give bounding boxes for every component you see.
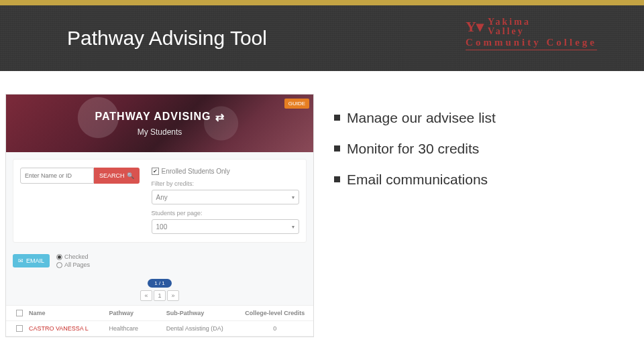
bullet-icon: [334, 115, 340, 121]
banner-title-text: PATHWAY ADVISING: [95, 111, 211, 123]
logo-glyph: Y▾: [466, 19, 484, 34]
logo-underline: [466, 50, 597, 50]
bullet-text: Email communications: [347, 172, 488, 188]
chevron-down-icon: ▾: [292, 224, 294, 230]
cell-subpathway: Dental Assisting (DA): [166, 325, 241, 332]
envelope-icon: ✉: [18, 257, 23, 264]
filter-credits-value: Any: [156, 194, 168, 201]
col-pathway: Pathway: [109, 310, 166, 316]
bullet-list: Manage our advisee list Monitor for 30 c…: [334, 94, 496, 337]
row-checkbox[interactable]: [16, 325, 23, 332]
per-page-select[interactable]: 100 ▾: [152, 219, 299, 234]
search-button[interactable]: SEARCH 🔍: [94, 168, 140, 184]
header-bar: Pathway Advising Tool Y▾ Yakima Valley C…: [0, 5, 644, 71]
per-page-label: Students per page:: [152, 210, 299, 217]
email-button-label: EMAIL: [26, 257, 44, 264]
shuffle-icon: ⇄: [215, 111, 225, 123]
search-input[interactable]: [20, 168, 94, 184]
col-subpathway: Sub-Pathway: [166, 310, 241, 316]
search-icon: 🔍: [127, 172, 134, 179]
bullet-text: Manage our advisee list: [347, 110, 496, 126]
filter-credits-label: Filter by credits:: [152, 180, 299, 187]
guide-button[interactable]: GUIDE: [284, 99, 309, 109]
logo-line2: Valley: [488, 27, 531, 36]
radio-all-pages[interactable]: [56, 262, 62, 268]
logo-line3: Community: [466, 37, 541, 48]
app-banner-subtitle: My Students: [138, 127, 182, 137]
college-logo: Y▾ Yakima Valley Community College: [466, 17, 597, 50]
radio-checked-label: Checked: [64, 253, 89, 260]
app-screenshot: GUIDE PATHWAY ADVISING ⇄ My Students SEA…: [5, 94, 314, 337]
col-credits: College-level Credits: [241, 310, 309, 316]
pager-page-1[interactable]: 1: [154, 290, 166, 301]
table-row: CASTRO VANESSA L Healthcare Dental Assis…: [6, 321, 313, 337]
list-item: Monitor for 30 credits: [334, 141, 496, 157]
header-checkbox[interactable]: [16, 310, 23, 316]
page-indicator: 1 / 1: [148, 279, 172, 288]
app-banner: GUIDE PATHWAY ADVISING ⇄ My Students: [6, 95, 313, 152]
bullet-icon: [334, 145, 340, 152]
radio-checked[interactable]: [56, 254, 62, 260]
logo-line1: Yakima: [488, 17, 531, 27]
cell-pathway: Healthcare: [109, 325, 166, 332]
bullet-icon: [334, 176, 340, 182]
slide-title: Pathway Advising Tool: [67, 27, 267, 50]
pager-prev[interactable]: «: [140, 290, 152, 301]
chevron-down-icon: ▾: [292, 194, 294, 200]
list-item: Manage our advisee list: [334, 110, 496, 126]
radio-all-label: All Pages: [64, 261, 90, 268]
filter-panel: SEARCH 🔍 ✔ Enrolled Students Only Filter…: [13, 159, 307, 243]
students-table: Name Pathway Sub-Pathway College-level C…: [6, 305, 313, 337]
enrolled-label: Enrolled Students Only: [162, 168, 230, 175]
cell-name[interactable]: CASTRO VANESSA L: [29, 325, 109, 332]
list-item: Email communications: [334, 172, 496, 188]
per-page-value: 100: [156, 223, 168, 231]
enrolled-checkbox[interactable]: ✔: [152, 168, 159, 175]
cell-credits: 0: [241, 325, 309, 332]
logo-line4: College: [547, 37, 597, 48]
col-name: Name: [29, 310, 109, 316]
app-banner-title: PATHWAY ADVISING ⇄: [95, 111, 224, 123]
pager-next[interactable]: »: [167, 290, 179, 301]
filter-credits-select[interactable]: Any ▾: [152, 190, 299, 204]
pagination: 1 / 1 « 1 »: [6, 275, 313, 305]
search-button-label: SEARCH: [99, 172, 125, 179]
email-button[interactable]: ✉ EMAIL: [13, 254, 50, 267]
accent-bar: [0, 0, 644, 5]
bullet-text: Monitor for 30 credits: [347, 141, 479, 157]
